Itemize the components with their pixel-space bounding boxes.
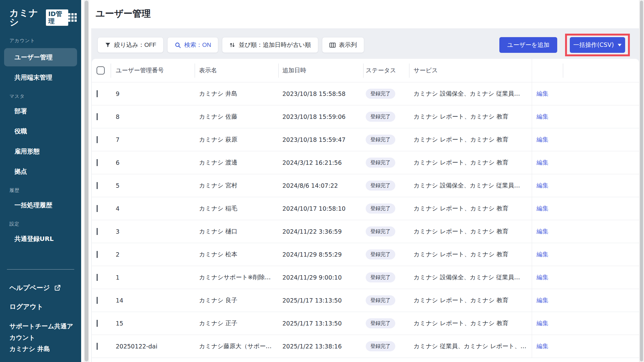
search-icon [175,42,181,48]
sidebar-item-雇用形態[interactable]: 雇用形態 [0,142,81,160]
status-badge: 登録完了 [366,272,395,282]
cell-display-name: カミナシ 井島 [195,90,278,98]
table-row: 2 カミナシ 松本 2024/11/29 8:55:29 登録完了 カミナシ レ… [92,243,639,266]
cell-user-id: 20250122-dai [111,343,195,350]
filter-button[interactable]: 絞り込み：OFF [97,37,164,53]
row-checkbox[interactable] [97,182,98,189]
cell-display-name: カミナシ 佐藤 [195,113,278,121]
cell-services: カミナシ 従業員、カミナシ レポート、… [409,342,532,350]
sidebar-item-ユーザー管理[interactable]: ユーザー管理 [4,48,77,66]
help-page-label: ヘルプページ [9,283,50,292]
row-checkbox[interactable] [97,320,98,327]
edit-link[interactable]: 編集 [536,90,548,98]
table-body: 9 カミナシ 井島 2023/10/18 15:58:58 登録完了 カミナシ … [92,82,639,358]
sidebar-item-役職[interactable]: 役職 [0,122,81,140]
table-row: 5 カミナシ 宮村 2024/8/6 14:07:22 登録完了 カミナシ 設備… [92,174,639,197]
status-badge: 登録完了 [366,203,395,213]
cell-services: カミナシ レポート、カミナシ 教育 [409,319,532,327]
cell-added-at: 2023/10/18 15:58:58 [278,90,363,97]
search-button[interactable]: 検索：ON [167,37,219,53]
status-badge: 登録完了 [366,158,395,167]
column-header-status: ステータス [363,59,409,82]
cell-added-at: 2024/11/29 8:55:29 [278,251,363,258]
table-row: 6 カミナシ 渡邊 2024/3/12 16:21:56 登録完了 カミナシ レ… [92,151,639,174]
column-header-edit [532,59,563,82]
row-checkbox[interactable] [97,205,98,212]
cell-services: カミナシ レポート、カミナシ 教育 [409,227,532,236]
filter-icon [105,42,111,48]
edit-link[interactable]: 編集 [536,204,548,213]
edit-link[interactable]: 編集 [536,113,548,121]
cell-user-id: 15 [111,320,195,327]
row-checkbox[interactable] [97,113,98,120]
edit-link[interactable]: 編集 [536,342,548,350]
apps-grid-icon[interactable] [68,13,77,22]
sort-button[interactable]: 並び順：追加日時が古い順 [222,37,318,53]
edit-link[interactable]: 編集 [536,181,548,190]
chevron-down-icon [618,44,622,47]
cell-services: カミナシ レポート、カミナシ 教育 [409,113,532,121]
add-user-button-label: ユーザーを追加 [507,41,549,49]
cell-services: カミナシ レポート、カミナシ 教育 [409,159,532,167]
sidebar-divider [7,269,74,270]
select-all-checkbox[interactable] [97,66,105,75]
sidebar-section: アカウントユーザー管理共用端末管理 [0,38,81,86]
external-link-icon [54,284,61,291]
edit-link[interactable]: 編集 [536,159,548,167]
sidebar-item-共通登録URL[interactable]: 共通登録URL [0,230,81,248]
row-checkbox[interactable] [97,297,98,304]
row-checkbox[interactable] [97,90,98,97]
row-checkbox[interactable] [97,274,98,281]
edit-link[interactable]: 編集 [536,136,548,144]
sidebar-item-一括処理履歴[interactable]: 一括処理履歴 [0,196,81,214]
table-row: 20250122-dai カミナシ藤原大（サポー… 2025/1/22 13:3… [92,335,639,358]
page-title: ユーザー管理 [96,8,151,20]
edit-link[interactable]: 編集 [536,296,548,304]
filter-button-label: 絞り込み：OFF [114,41,156,49]
cell-services: カミナシ レポート、カミナシ 教育 [409,296,532,304]
main-content: ユーザー管理 絞り込み：OFF 検索：ON [91,0,639,362]
sidebar-item-共用端末管理[interactable]: 共用端末管理 [0,68,81,86]
columns-button[interactable]: 表示列 [322,37,364,53]
sidebar-section: マスタ部署役職雇用形態拠点 [0,93,81,181]
toolbar: 絞り込み：OFF 検索：ON 並び順 [91,28,639,59]
status-badge: 登録完了 [366,295,395,305]
logout-label: ログアウト [9,302,43,311]
sidebar: カミナシ ID管理 アカウントユーザー管理共用端末管理マスタ部署役職雇用形態拠点… [0,0,81,362]
row-checkbox[interactable] [97,251,98,258]
sidebar-item-拠点[interactable]: 拠点 [0,162,81,181]
cell-added-at: 2024/3/12 16:21:56 [278,159,363,166]
cell-added-at: 2023/10/18 15:59:47 [278,136,363,143]
cell-services: カミナシ レポート、カミナシ 教育 [409,250,532,259]
page-scrollbar[interactable] [639,0,644,362]
cell-added-at: 2025/1/22 13:38:16 [278,343,363,350]
sidebar-section: 履歴一括処理履歴 [0,187,81,214]
row-checkbox[interactable] [97,343,98,350]
cell-display-name: カミナシ 萩原 [195,136,278,144]
cell-user-id: 5 [111,182,195,189]
edit-link[interactable]: 編集 [536,273,548,281]
sidebar-item-help-page[interactable]: ヘルプページ [0,282,81,293]
sidebar-scrollbar[interactable] [82,0,90,362]
table-row: 1 カミナシサポート※削除… 2024/11/29 9:00:10 登録完了 カ… [92,266,639,289]
bulk-csv-button[interactable]: 一括操作(CSV) [570,37,625,53]
sidebar-item-logout[interactable]: ログアウト [0,301,81,312]
sort-button-label: 並び順：追加日時が古い順 [239,41,311,49]
edit-link[interactable]: 編集 [536,319,548,327]
edit-link[interactable]: 編集 [536,250,548,259]
cell-user-id: 8 [111,113,195,120]
row-checkbox[interactable] [97,136,98,143]
row-checkbox[interactable] [97,159,98,166]
column-header-user-id: ユーザー管理番号 [111,59,195,82]
app-window: カミナシ ID管理 アカウントユーザー管理共用端末管理マスタ部署役職雇用形態拠点… [0,0,644,362]
cell-services: カミナシ 設備保全、カミナシ 従業員… [409,273,532,281]
edit-link[interactable]: 編集 [536,227,548,236]
table-row: 9 カミナシ 井島 2023/10/18 15:58:58 登録完了 カミナシ … [92,82,639,105]
add-user-button[interactable]: ユーザーを追加 [499,37,557,53]
cell-services: カミナシ 設備保全、カミナシ 従業員… [409,181,532,190]
cell-added-at: 2025/1/17 13:13:50 [278,320,363,327]
sidebar-item-部署[interactable]: 部署 [0,102,81,120]
users-table: ユーザー管理番号 表示名 追加日時 ステータス サービス 9 カミナシ 井島 2… [92,59,639,362]
row-checkbox[interactable] [97,228,98,235]
column-header-added-at: 追加日時 [278,59,363,82]
